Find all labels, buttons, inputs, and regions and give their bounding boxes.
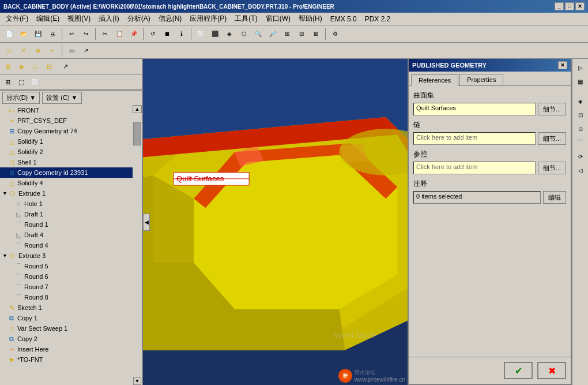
tb2-point[interactable]: ✕ <box>17 44 31 58</box>
tb-copy[interactable]: 📋 <box>112 27 126 41</box>
tb-print[interactable]: 🖨 <box>46 27 59 41</box>
tree-item-round4[interactable]: ▶ ⌒ Round 4 <box>0 240 142 251</box>
tb-left3[interactable]: □ <box>29 60 42 73</box>
window-controls[interactable]: _ □ ✕ <box>555 2 585 10</box>
tb-display5[interactable]: ⊟ <box>295 27 308 41</box>
tree-item-insert-here[interactable]: ▶ → Insert Here <box>0 344 142 354</box>
tree-item-copy-geom-23931[interactable]: ▶ ⊞ Copy Geometry id 23931 <box>0 167 142 178</box>
tree-item-front[interactable]: ▶ ▭ FRONT <box>0 105 142 115</box>
minimize-button[interactable]: _ <box>555 2 564 10</box>
tb2-plane[interactable]: ▭ <box>65 44 78 58</box>
tb-new[interactable]: 📄 <box>2 27 16 41</box>
tree-item-copy2[interactable]: ▶ ⧉ Copy 2 <box>0 334 142 344</box>
tb-zoom-out[interactable]: 🔎 <box>266 27 280 41</box>
tab-references[interactable]: References <box>411 74 458 86</box>
note-edit-btn[interactable]: 编辑 <box>543 191 566 204</box>
tree-item-round5[interactable]: ▶ ⌒ Round 5 <box>0 261 142 271</box>
right-icon-7[interactable]: ⟳ <box>574 150 587 163</box>
tree-item-shell1[interactable]: ▶ ◻ Shell 1 <box>0 157 142 167</box>
tb2-csys[interactable]: ⌖ <box>46 44 59 58</box>
tree-item-prt_csys_def[interactable]: ▶ ⌖ PRT_CSYS_DEF <box>0 115 142 126</box>
tb-paste[interactable]: 📌 <box>127 27 141 41</box>
right-icon-8[interactable]: ◁ <box>574 164 587 177</box>
tree-item-round1[interactable]: ▶ ⌒ Round 1 <box>0 219 142 230</box>
tb-l2-1[interactable]: ⊞ <box>1 76 14 88</box>
tree-item-solidify2[interactable]: ▶ △ Solidify 2 <box>0 147 142 157</box>
chain-input[interactable]: Click here to add item <box>413 132 536 145</box>
menu-window[interactable]: 窗口(W) <box>262 13 294 25</box>
reference-input[interactable]: Click here to add item <box>413 162 536 174</box>
tb-view1[interactable]: ⬜ <box>194 27 208 41</box>
right-icon-6[interactable]: ⌒ <box>574 136 587 149</box>
chain-detail-btn[interactable]: 细节... <box>538 132 566 145</box>
dialog-close-btn[interactable]: ✕ <box>558 61 567 69</box>
tb-zoom-in[interactable]: 🔍 <box>251 27 265 41</box>
tb-info[interactable]: ℹ <box>175 27 189 41</box>
tb-regen[interactable]: ↺ <box>146 27 160 41</box>
close-button[interactable]: ✕ <box>575 2 585 10</box>
menu-insert[interactable]: 插入(I) <box>95 13 122 25</box>
tb-save[interactable]: 💾 <box>31 27 45 41</box>
menu-analysis[interactable]: 分析(A) <box>124 13 154 25</box>
tb-stop[interactable]: ⏹ <box>160 27 174 41</box>
tb-left5[interactable]: ↗ <box>59 60 71 73</box>
right-icon-2[interactable]: ▦ <box>574 75 587 88</box>
tb-l2-3[interactable]: ⬜ <box>29 76 42 88</box>
tb-l2-2[interactable]: ⬚ <box>15 76 28 88</box>
tb-open[interactable]: 📂 <box>17 27 31 41</box>
tb-cut[interactable]: ✂ <box>98 27 112 41</box>
tb-undo[interactable]: ↩ <box>65 27 78 41</box>
tree-item-solidify1[interactable]: ▶ △ Solidify 1 <box>0 136 142 147</box>
tree-item-extrude1[interactable]: ▼ ⬡ Extrude 1 <box>0 188 142 199</box>
tb-fit[interactable]: ⊞ <box>280 27 294 41</box>
tree-item-hole1[interactable]: ▶ ○ Hole 1 <box>0 199 142 209</box>
right-icon-5[interactable]: ⊙ <box>574 122 587 135</box>
collapse-left-btn[interactable]: ◀ <box>143 214 150 231</box>
quilt-detail-btn[interactable]: 细节... <box>538 103 566 115</box>
cancel-button[interactable]: ✖ <box>537 362 566 379</box>
viewport[interactable]: Quilt Surfaces Insert Mode ◀ 野 野火论坛 www.… <box>143 59 408 385</box>
ok-button[interactable]: ✔ <box>504 362 533 379</box>
tree-item-round8[interactable]: ▶ ⌒ Round 8 <box>0 292 142 302</box>
tree-scrollbar[interactable]: ▲ ▼ <box>133 105 142 385</box>
menu-edit[interactable]: 编辑(E) <box>33 13 63 25</box>
tb-view4[interactable]: ⬡ <box>237 27 251 41</box>
menu-help[interactable]: 帮助(H) <box>295 13 326 25</box>
scroll-down-btn[interactable]: ▼ <box>133 377 141 385</box>
tree-item-draft1[interactable]: ▶ ◺ Draft 1 <box>0 209 142 219</box>
menu-file[interactable]: 文件(F) <box>2 13 32 25</box>
tree-item-extrude3[interactable]: ▼ ⬡ Extrude 3 <box>0 251 142 261</box>
tb2-axis[interactable]: ⊕ <box>31 44 45 58</box>
tb-settings[interactable]: ⚙ <box>328 27 342 41</box>
right-icon-3[interactable]: ◈ <box>574 95 587 107</box>
menu-info[interactable]: 信息(N) <box>155 13 186 25</box>
tree-item-copy1[interactable]: ▶ ⧉ Copy 1 <box>0 313 142 323</box>
tb2-sketch[interactable]: ◇ <box>2 44 16 58</box>
tb-left2[interactable]: ◈ <box>15 60 28 73</box>
tree-item-copy-geom-74[interactable]: ▶ ⊞ Copy Geometry id 74 <box>0 126 142 136</box>
menu-pdx[interactable]: PDX 2.2 <box>361 14 394 24</box>
tree-item-to-fnt[interactable]: ▶ ★ *TO-FNT <box>0 354 142 365</box>
tab-properties[interactable]: Properties <box>459 74 503 85</box>
tb-display6[interactable]: ⊠ <box>309 27 323 41</box>
tree-item-draft4[interactable]: ▶ ◺ Draft 4 <box>0 230 142 240</box>
maximize-button[interactable]: □ <box>565 2 574 10</box>
settings-dropdown[interactable]: 设置 (C) ▼ <box>42 92 81 104</box>
tb-view2[interactable]: ⬛ <box>208 27 222 41</box>
tb2-select[interactable]: ↗ <box>79 44 93 58</box>
tree-item-var-sect-sweep1[interactable]: ▶ ⌇ Var Sect Sweep 1 <box>0 323 142 334</box>
tb-left4[interactable]: ⊟ <box>43 60 55 73</box>
tree-item-sketch1[interactable]: ▶ ✎ Sketch 1 <box>0 302 142 313</box>
tb-left1[interactable]: ⊞ <box>1 60 14 73</box>
quilt-input[interactable]: Quilt Surfaces <box>413 103 536 115</box>
menu-view[interactable]: 视图(V) <box>64 13 94 25</box>
menu-tools[interactable]: 工具(T) <box>231 13 261 25</box>
right-icon-4[interactable]: ⊡ <box>574 109 587 121</box>
menu-emx[interactable]: EMX 5.0 <box>327 14 360 24</box>
tree-item-solidify4[interactable]: ▶ △ Solidify 4 <box>0 178 142 188</box>
scroll-up-btn[interactable]: ▲ <box>133 105 142 113</box>
display-dropdown[interactable]: 显示(D) ▼ <box>2 92 40 104</box>
menu-apps[interactable]: 应用程序(P) <box>186 13 230 25</box>
tb-view3[interactable]: ◈ <box>223 27 236 41</box>
reference-detail-btn[interactable]: 细节... <box>538 162 566 174</box>
